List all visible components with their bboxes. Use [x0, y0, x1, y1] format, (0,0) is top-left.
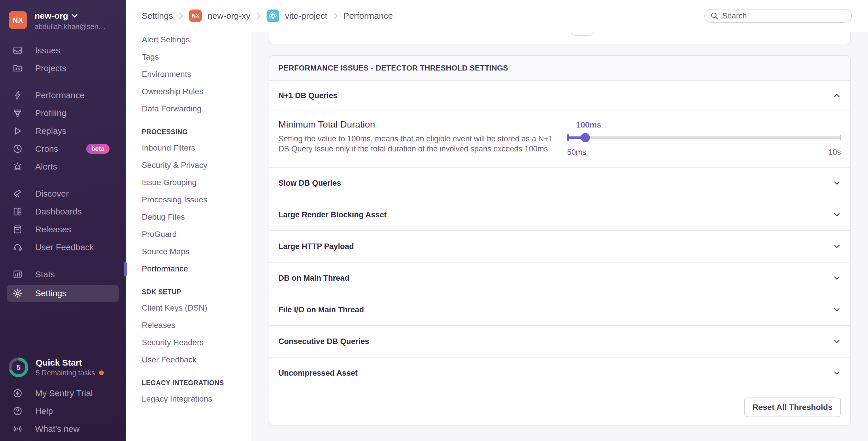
chevron-down-icon[interactable]	[833, 211, 841, 219]
settings-nav-processing-issues[interactable]: Processing Issues	[126, 192, 251, 207]
settings-nav-ownership-rules[interactable]: Ownership Rules	[126, 84, 251, 99]
trial-icon	[13, 388, 23, 398]
chevron-right-icon	[256, 12, 261, 19]
settings-nav-proguard[interactable]: ProGuard	[126, 227, 251, 242]
settings-nav-data-forwarding[interactable]: Data Forwarding	[126, 101, 251, 116]
org-avatar: NX	[9, 11, 27, 29]
chevron-down-icon[interactable]	[833, 242, 841, 250]
app-root: NX new-org abdullah.khan@sen… Issues Pro…	[0, 0, 868, 441]
settings-nav-security-privacy[interactable]: Security & Privacy	[126, 158, 251, 173]
breadcrumb-settings[interactable]: Settings	[142, 11, 173, 21]
detector-row-n1-db-queries[interactable]: N+1 DB Queries	[269, 80, 850, 111]
gear-icon	[13, 289, 23, 298]
sidebar-item-issues[interactable]: Issues	[0, 43, 126, 58]
chevron-down-icon	[72, 14, 78, 18]
sidebar-item-label: Issues	[35, 45, 60, 55]
sidebar-item-label: My Sentry Trial	[35, 388, 93, 398]
dashboards-icon	[13, 207, 23, 216]
sidebar-item-user-feedback[interactable]: User Feedback	[0, 240, 126, 255]
sidebar-item-performance[interactable]: Performance	[0, 88, 126, 103]
settings-nav-client-keys[interactable]: Client Keys (DSN)	[126, 301, 251, 315]
slider-track[interactable]	[567, 136, 841, 139]
chevron-down-icon[interactable]	[833, 179, 841, 187]
sidebar-item-label: Performance	[35, 90, 85, 100]
detector-row-large-http-payload[interactable]: Large HTTP Payload	[269, 231, 850, 263]
sidebar-item-dashboards[interactable]: Dashboards	[0, 204, 126, 219]
sidebar-item-label: What's new	[35, 424, 80, 434]
replays-icon	[13, 126, 23, 136]
chevron-down-icon[interactable]	[833, 337, 841, 345]
user-feedback-icon	[13, 242, 23, 252]
notification-dot	[99, 371, 104, 375]
chevron-down-icon[interactable]	[833, 306, 841, 314]
detector-row-file-io-on-main-thread[interactable]: File I/O on Main Thread	[269, 294, 850, 326]
settings-nav-security-headers[interactable]: Security Headers	[126, 335, 251, 350]
sidebar-item-discover[interactable]: Discover	[0, 186, 126, 201]
settings-nav-performance[interactable]: Performance	[126, 261, 251, 276]
sidebar-item-stats[interactable]: Stats	[0, 267, 126, 282]
detector-threshold-panel: PERFORMANCE ISSUES - DETECTOR THRESHOLD …	[269, 55, 851, 426]
settings-nav-section-sdk-setup: SDK SETUP	[126, 287, 251, 297]
content-area: PERFORMANCE ISSUES - DETECTOR THRESHOLD …	[251, 32, 868, 441]
breadcrumb-org[interactable]: new-org-xy	[208, 11, 250, 21]
search-icon	[711, 12, 718, 20]
detector-row-large-render-blocking-asset[interactable]: Large Render Blocking Asset	[269, 199, 850, 231]
settings-nav-alert-settings[interactable]: Alert Settings	[126, 32, 251, 47]
beta-badge: beta	[86, 144, 110, 154]
releases-icon	[13, 225, 23, 234]
org-chip: NX	[189, 9, 202, 22]
settings-nav-issue-grouping[interactable]: Issue Grouping	[126, 175, 251, 190]
user-email: abdullah.khan@sen…	[35, 23, 105, 31]
reset-all-thresholds-button[interactable]: Reset All Thresholds	[744, 398, 841, 417]
discover-icon	[13, 189, 23, 199]
settings-nav-environments[interactable]: Environments	[126, 67, 251, 82]
sidebar-item-label: Dashboards	[35, 207, 82, 216]
sidebar-item-crons[interactable]: Crons beta	[0, 141, 126, 156]
slider-thumb[interactable]	[581, 133, 590, 142]
sidebar-item-help[interactable]: Help	[0, 404, 126, 418]
sidebar-item-alerts[interactable]: Alerts	[0, 159, 126, 174]
detector-row-slow-db-queries[interactable]: Slow DB Queries	[269, 168, 850, 199]
main-area: Settings NX new-org-xy vite-project Perf…	[126, 0, 868, 441]
sidebar-item-label: Settings	[35, 289, 66, 298]
chevron-down-icon[interactable]	[833, 274, 841, 282]
sidebar-item-replays[interactable]: Replays	[0, 124, 126, 138]
cutoff-control	[570, 32, 594, 36]
detector-row-uncompressed-asset[interactable]: Uncompressed Asset	[269, 358, 850, 389]
sidebar-item-label: Alerts	[35, 162, 57, 172]
settings-nav-inbound-filters[interactable]: Inbound Filters	[126, 140, 251, 156]
slider-value-label: 100ms	[576, 120, 601, 130]
slider-min-label: 50ms	[567, 148, 586, 157]
quick-start[interactable]: 5 Quick Start 5 Remaining tasks	[0, 358, 126, 377]
settings-nav-source-maps[interactable]: Source Maps	[126, 244, 251, 259]
sidebar-item-whats-new[interactable]: What's new	[0, 421, 126, 436]
scrolled-card-partial	[269, 32, 851, 44]
detector-row-db-on-main-thread[interactable]: DB on Main Thread	[269, 263, 850, 294]
chevron-up-icon[interactable]	[833, 92, 841, 100]
settings-nav-tags[interactable]: Tags	[126, 49, 251, 65]
settings-nav-legacy-integrations[interactable]: Legacy Integrations	[126, 392, 251, 406]
stats-icon	[13, 269, 23, 279]
breadcrumb-project[interactable]: vite-project	[285, 11, 328, 21]
search-box[interactable]	[704, 9, 852, 23]
sidebar-item-label: Discover	[35, 189, 69, 199]
breadcrumb: Settings NX new-org-xy vite-project Perf…	[142, 9, 393, 22]
panel-header: PERFORMANCE ISSUES - DETECTOR THRESHOLD …	[269, 56, 850, 80]
settings-nav-releases[interactable]: Releases	[126, 318, 251, 333]
projects-icon	[13, 63, 23, 73]
settings-nav: Alert Settings Tags Environments Ownersh…	[126, 32, 251, 441]
detector-row-consecutive-db-queries[interactable]: Consecutive DB Queries	[269, 326, 850, 358]
search-input[interactable]	[722, 11, 845, 21]
sidebar-item-label: Crons	[35, 144, 58, 154]
sidebar-item-projects[interactable]: Projects	[0, 61, 126, 76]
sidebar-item-my-sentry-trial[interactable]: My Sentry Trial	[0, 386, 126, 401]
settings-nav-debug-files[interactable]: Debug Files	[126, 210, 251, 225]
chevron-down-icon[interactable]	[833, 369, 841, 377]
sidebar-item-profiling[interactable]: Profiling	[0, 106, 126, 121]
quick-start-title: Quick Start	[36, 358, 104, 368]
settings-nav-user-feedback[interactable]: User Feedback	[126, 352, 251, 367]
org-switcher[interactable]: NX new-org abdullah.khan@sen…	[0, 11, 126, 31]
sidebar-item-releases[interactable]: Releases	[0, 222, 126, 237]
sidebar-item-settings[interactable]: Settings	[7, 285, 119, 302]
topbar: Settings NX new-org-xy vite-project Perf…	[126, 0, 868, 32]
